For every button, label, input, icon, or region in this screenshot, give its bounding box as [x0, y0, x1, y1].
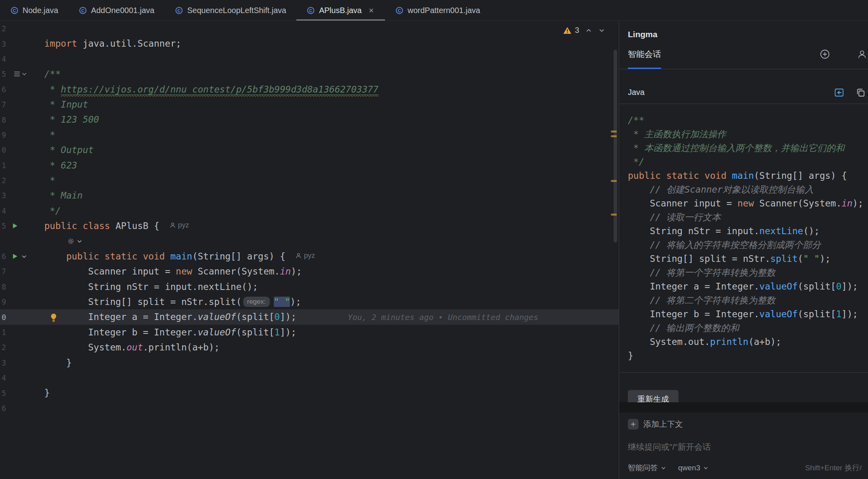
mode-select[interactable]: 智能问答	[628, 463, 666, 473]
code-line[interactable]	[0, 233, 619, 248]
code-line[interactable]: 6 * https://vijos.org/d/nnu_contest/p/5b…	[0, 82, 619, 97]
chat-response: Java /** * 主函数执行加法操作 * 本函数通过控制台输入两个整数，并输…	[619, 81, 868, 408]
editor-gutter[interactable]: 9	[0, 127, 44, 142]
code-card: Java /** * 主函数执行加法操作 * 本函数通过控制台输入两个整数，并输…	[619, 81, 868, 373]
editor-gutter[interactable]: 1	[0, 325, 44, 340]
code-line[interactable]: 5public class APlusB { pyz	[0, 218, 619, 233]
editor-gutter[interactable]: 2	[0, 340, 44, 355]
prev-problem-button[interactable]	[585, 27, 592, 34]
copy-code-icon[interactable]	[855, 87, 866, 98]
close-tab-icon[interactable]	[368, 7, 375, 14]
editor-gutter[interactable]: 4	[0, 203, 44, 218]
editor-tab[interactable]: CAddOne0001.java	[68, 0, 165, 21]
next-problem-button[interactable]	[598, 27, 605, 34]
java-class-icon: C	[395, 6, 404, 15]
line-number: 9	[2, 131, 6, 139]
code-line[interactable]: 4	[0, 51, 619, 66]
editor-gutter[interactable]: 5	[0, 385, 44, 400]
tab-smart-chat[interactable]: 智能会话	[628, 39, 661, 69]
editor-gutter[interactable]: 6	[0, 401, 44, 416]
editor-gutter[interactable]: 3	[0, 355, 44, 370]
code-line[interactable]: 6 public static void main(String[] args)…	[0, 249, 619, 264]
editor-gutter[interactable]: 8	[0, 112, 44, 127]
code-line[interactable]: 2 *	[0, 173, 619, 188]
editor-scrollbar-thumb[interactable]	[614, 50, 617, 242]
editor-gutter[interactable]: 4	[0, 370, 44, 385]
code-line[interactable]: 1 * 623	[0, 158, 619, 173]
line-number: 2	[2, 24, 6, 33]
line-number: 9	[2, 297, 6, 306]
insert-code-icon[interactable]	[834, 87, 844, 98]
java-class-icon: C	[10, 6, 19, 15]
editor-gutter[interactable]: 5	[0, 66, 44, 81]
code-line[interactable]: 0 * Output	[0, 142, 619, 157]
code-line[interactable]: 2 System.out.println(a+b);	[0, 340, 619, 355]
code-line[interactable]: 9 String[] split = nStr.split(regex:" ")…	[0, 294, 619, 309]
editor-gutter[interactable]: 0	[0, 142, 44, 157]
code-line[interactable]: 5/**	[0, 66, 619, 81]
code-line[interactable]: 7 * Input	[0, 97, 619, 112]
editor-gutter[interactable]: 7	[0, 264, 44, 279]
code-line[interactable]: 2	[0, 21, 619, 36]
editor-gutter[interactable]: 2	[0, 21, 44, 36]
code-line[interactable]: 7 Scanner input = new Scanner(System.in)…	[0, 264, 619, 279]
svg-text:C: C	[13, 8, 16, 13]
code-line[interactable]: 3import java.util.Scanner;	[0, 36, 619, 51]
editor-gutter[interactable]: 8	[0, 279, 44, 294]
editor-tab[interactable]: CNode.java	[0, 0, 68, 21]
line-number: 1	[2, 161, 6, 170]
editor-tab[interactable]: CAPlusB.java	[296, 0, 385, 21]
code-line[interactable]: 4 */	[0, 203, 619, 218]
code-line[interactable]: 4	[0, 370, 619, 385]
plus-icon	[628, 419, 639, 430]
code-editor[interactable]: 23import java.util.Scanner;45/**6 * http…	[0, 21, 619, 479]
line-number: 5	[2, 70, 6, 78]
editor-tab[interactable]: CwordPattern001.java	[385, 0, 490, 21]
run-icon[interactable]	[11, 222, 19, 230]
line-number: 6	[2, 252, 6, 261]
panel-tab-bar: 智能会话	[619, 39, 868, 69]
toggle-rendered-doc-icon[interactable]	[13, 70, 28, 78]
code-vision-gear-icon[interactable]	[67, 238, 83, 245]
code-line[interactable]: 0 Integer a = Integer.valueOf(split[0]);…	[0, 309, 619, 324]
editor-gutter[interactable]: 1	[0, 158, 44, 173]
code-line[interactable]: 1 Integer b = Integer.valueOf(split[1]);	[0, 325, 619, 340]
code-line[interactable]: 9 *	[0, 127, 619, 142]
editor-gutter[interactable]: 9	[0, 294, 44, 309]
editor-tab[interactable]: CSequenceLoopLeftShift.java	[165, 0, 296, 21]
line-number: 7	[2, 267, 6, 276]
editor-gutter[interactable]: 7	[0, 97, 44, 112]
line-number: 3	[2, 191, 6, 200]
line-number: 2	[2, 176, 6, 185]
editor-gutter[interactable]: 6	[0, 82, 44, 97]
java-class-icon: C	[175, 6, 183, 15]
run-dropdown-icon[interactable]	[11, 253, 27, 260]
new-chat-icon[interactable]	[820, 49, 830, 59]
warning-count: 3	[575, 26, 579, 35]
editor-gutter[interactable]: 3	[0, 36, 44, 51]
editor-gutter[interactable]: 3	[0, 188, 44, 203]
model-select[interactable]: qwen3	[678, 464, 709, 472]
editor-gutter[interactable]: 2	[0, 173, 44, 188]
code-line[interactable]: 6	[0, 401, 619, 416]
svg-text:C: C	[81, 8, 85, 13]
tab-label: wordPattern001.java	[407, 6, 480, 15]
code-line[interactable]: 8 String nStr = input.nextLine();	[0, 279, 619, 294]
line-number: 0	[2, 146, 6, 154]
code-line[interactable]: 8 * 123 500	[0, 112, 619, 127]
editor-gutter[interactable]: 4	[0, 51, 44, 66]
code-line[interactable]: 5}	[0, 385, 619, 400]
add-context-button[interactable]: 添加上下文	[628, 419, 683, 430]
editor-gutter[interactable]: 5	[0, 218, 44, 233]
code-line[interactable]: 3 * Main	[0, 188, 619, 203]
editor-gutter[interactable]: 0	[0, 309, 44, 324]
code-line[interactable]: 3 }	[0, 355, 619, 370]
git-blame-annotation: You, 2 minutes ago • Uncommitted changes	[348, 312, 538, 322]
generated-code-block: /** * 主函数执行加法操作 * 本函数通过控制台输入两个整数，并输出它们的和…	[619, 104, 868, 373]
account-icon[interactable]	[857, 49, 867, 59]
editor-gutter[interactable]	[0, 233, 44, 248]
tab-label: Node.java	[23, 6, 58, 15]
code-lang-label: Java	[628, 88, 644, 97]
editor-gutter[interactable]: 6	[0, 249, 44, 264]
composer-input[interactable]: 继续提问或"/"新开会话	[628, 441, 859, 452]
